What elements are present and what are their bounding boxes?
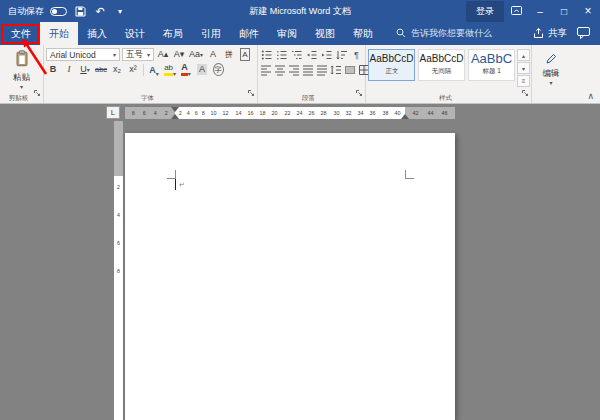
style-preview: AaBbCcD bbox=[420, 53, 464, 65]
ruler-text-area: 246810121416182022242628303234363840 bbox=[175, 107, 405, 119]
minimize-button[interactable]: – bbox=[528, 0, 552, 22]
strikethrough-button[interactable]: abc bbox=[94, 63, 108, 76]
divider bbox=[143, 64, 144, 76]
style-name: 无间隔 bbox=[432, 66, 451, 75]
align-right-icon[interactable] bbox=[288, 63, 300, 76]
superscript-button[interactable]: x² bbox=[126, 63, 140, 76]
underline-button[interactable]: U▾ bbox=[78, 63, 92, 76]
collapse-ribbon-icon[interactable]: ∧ bbox=[587, 91, 594, 101]
ruler-number: 2 bbox=[179, 110, 182, 116]
font-family-combo[interactable]: Arial Unicod ▾ bbox=[46, 48, 120, 61]
search-icon bbox=[396, 28, 406, 40]
phonetic-guide-button[interactable]: 拼 bbox=[222, 48, 236, 61]
paste-dropdown-icon[interactable]: ▾ bbox=[20, 85, 23, 89]
ruler-number: 4 bbox=[187, 110, 190, 116]
tell-me-search[interactable]: 告诉我你想要做什么 bbox=[396, 22, 492, 45]
style-name: 正文 bbox=[385, 66, 398, 75]
ribbon-display-options-icon[interactable] bbox=[504, 0, 528, 22]
editing-label: 编辑 bbox=[543, 68, 560, 80]
share-button[interactable]: 共享 bbox=[527, 22, 573, 45]
enclose-characters-button[interactable]: 字 bbox=[211, 63, 225, 76]
bullets-icon[interactable] bbox=[260, 48, 273, 61]
style-name: 标题 1 bbox=[482, 67, 500, 76]
document-page[interactable]: ↵ bbox=[125, 133, 455, 420]
ruler-number: 22 bbox=[284, 110, 290, 116]
bold-button[interactable]: B bbox=[46, 63, 60, 76]
ribbon-tab[interactable]: 设计 bbox=[116, 22, 154, 45]
paragraph-dialog-launcher-icon[interactable] bbox=[355, 83, 363, 101]
shrink-font-button[interactable]: A▾ bbox=[172, 48, 186, 61]
ruler-number: 28 bbox=[321, 110, 327, 116]
font-size-combo[interactable]: 五号 ▾ bbox=[122, 48, 154, 61]
ribbon-tab[interactable]: 文件 bbox=[2, 22, 40, 45]
multilevel-list-icon[interactable] bbox=[290, 48, 303, 61]
save-icon[interactable] bbox=[73, 2, 87, 20]
style-card[interactable]: AaBbCcD 正文 bbox=[368, 49, 415, 81]
font-family-value: Arial Unicod bbox=[50, 50, 96, 60]
clipboard-dialog-launcher-icon[interactable] bbox=[33, 83, 41, 101]
font-dialog-launcher-icon[interactable] bbox=[247, 83, 255, 101]
show-hide-pilcrow-icon[interactable]: ¶ bbox=[350, 48, 363, 61]
maximize-button[interactable]: □ bbox=[552, 0, 576, 22]
clear-formatting-button[interactable]: A bbox=[206, 48, 220, 61]
ruler-number: 20 bbox=[272, 110, 278, 116]
document-area[interactable]: 2 4 6 8 ↵ bbox=[0, 121, 600, 420]
ribbon-tab[interactable]: 审阅 bbox=[268, 22, 306, 45]
sort-icon[interactable] bbox=[335, 48, 348, 61]
justify-icon[interactable] bbox=[302, 63, 314, 76]
quick-access-dropdown-icon[interactable]: ▾ bbox=[113, 2, 127, 20]
change-case-button[interactable]: Aa▾ bbox=[188, 48, 204, 61]
character-shading-button[interactable]: A bbox=[195, 63, 209, 76]
ruler-number: 6 bbox=[143, 110, 146, 116]
style-card[interactable]: AaBbCcD 无间隔 bbox=[418, 49, 465, 81]
right-indent-marker[interactable] bbox=[401, 114, 409, 119]
ribbon-tab[interactable]: 开始 bbox=[40, 22, 78, 45]
editing-button[interactable]: 编辑 ▾ bbox=[534, 47, 568, 91]
comments-button[interactable] bbox=[573, 22, 600, 45]
ribbon-tab[interactable]: 视图 bbox=[306, 22, 344, 45]
signin-button[interactable]: 登录 bbox=[466, 1, 504, 22]
ribbon-tab[interactable]: 布局 bbox=[154, 22, 192, 45]
style-card[interactable]: AaBbC 标题 1 bbox=[468, 49, 515, 81]
character-border-button[interactable]: A bbox=[238, 48, 252, 61]
chevron-down-icon: ▾ bbox=[188, 72, 191, 76]
highlight-color-button[interactable]: ab▾ bbox=[163, 63, 177, 76]
shading-icon[interactable] bbox=[344, 63, 356, 76]
ribbon-tab[interactable]: 插入 bbox=[78, 22, 116, 45]
styles-dialog-launcher-icon[interactable] bbox=[521, 83, 529, 101]
tab-stop-selector[interactable]: L bbox=[106, 106, 120, 119]
ruler-number: 6 bbox=[116, 241, 122, 247]
line-spacing-icon[interactable] bbox=[330, 63, 342, 76]
numbering-icon[interactable] bbox=[275, 48, 288, 61]
ruler-number: 14 bbox=[235, 110, 241, 116]
vertical-ruler[interactable]: 2 4 6 8 bbox=[114, 121, 123, 420]
hanging-indent-marker[interactable] bbox=[171, 114, 179, 119]
highlight-glyph: ab bbox=[164, 62, 173, 76]
text-effects-button[interactable]: A▾ bbox=[147, 63, 161, 76]
first-line-indent-marker[interactable] bbox=[171, 107, 179, 112]
styles-scroll-up-icon[interactable]: ▴ bbox=[517, 49, 530, 61]
increase-indent-icon[interactable] bbox=[320, 48, 333, 61]
ribbon-tab[interactable]: 帮助 bbox=[344, 22, 382, 45]
subscript-button[interactable]: x₂ bbox=[110, 63, 124, 76]
styles-group-label: 样式 bbox=[388, 94, 502, 103]
font-group-label: 字体 bbox=[73, 94, 222, 103]
grow-font-button[interactable]: A▴ bbox=[156, 48, 170, 61]
decrease-indent-icon[interactable] bbox=[305, 48, 318, 61]
close-button[interactable]: × bbox=[576, 0, 600, 22]
align-center-icon[interactable] bbox=[274, 63, 286, 76]
undo-icon[interactable]: ↶ bbox=[93, 2, 107, 20]
align-left-icon[interactable] bbox=[260, 63, 272, 76]
ruler-number: 4 bbox=[154, 110, 157, 116]
distribute-text-icon[interactable] bbox=[316, 63, 328, 76]
styles-scroll-strip: ▴ ▾ ≡ bbox=[517, 49, 530, 87]
toggle-knob-icon bbox=[52, 9, 57, 14]
ribbon-tab[interactable]: 引用 bbox=[192, 22, 230, 45]
italic-button[interactable]: I bbox=[62, 63, 76, 76]
autosave-toggle[interactable] bbox=[50, 7, 67, 16]
ribbon-tab[interactable]: 邮件 bbox=[230, 22, 268, 45]
font-color-button[interactable]: A▾ bbox=[179, 63, 193, 76]
styles-scroll-down-icon[interactable]: ▾ bbox=[517, 62, 530, 74]
share-icon bbox=[533, 27, 544, 40]
clipboard-group-label: 剪贴板 bbox=[5, 94, 32, 103]
